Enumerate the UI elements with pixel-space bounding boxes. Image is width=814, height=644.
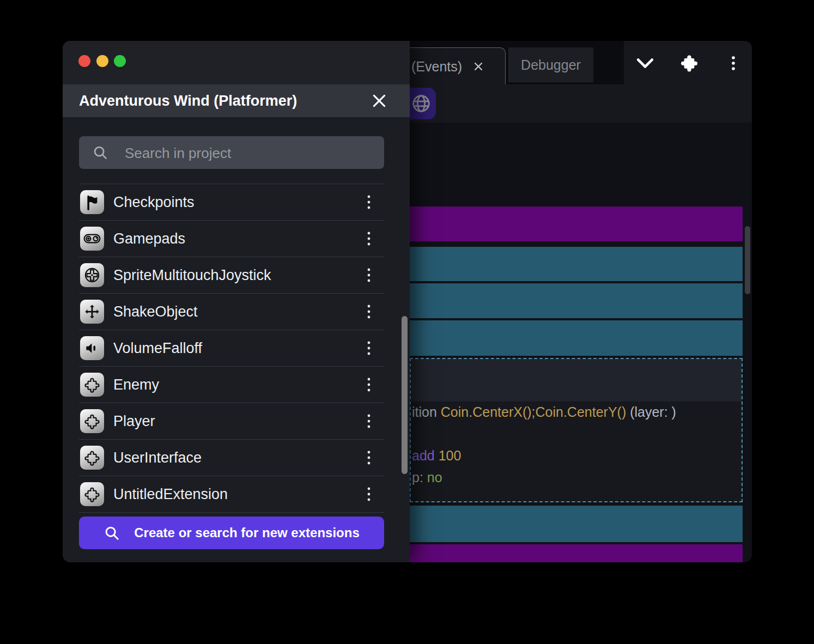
list-item-label: SpriteMultitouchJoystick	[113, 257, 271, 293]
list-item-player[interactable]: Player	[79, 403, 384, 439]
list-item-spritemultitouchjoystick[interactable]: SpriteMultitouchJoystick	[79, 257, 384, 293]
puzzle-icon	[80, 373, 104, 397]
project-title: Adventurous Wind (Platformer)	[79, 84, 297, 117]
event-row-teal[interactable]	[410, 320, 743, 356]
panel-close-button[interactable]	[370, 92, 388, 110]
tab-events[interactable]: (Events)	[410, 47, 506, 85]
item-menu-button[interactable]	[365, 414, 373, 429]
gamepad-icon	[80, 227, 104, 251]
extensions-list: Checkpoints Gamepads SpriteMultitouchJoy…	[79, 184, 384, 513]
code-keyword: add	[412, 448, 439, 463]
puzzle-icon	[80, 446, 104, 470]
puzzle-icon	[80, 482, 104, 506]
event-row-purple[interactable]	[410, 544, 743, 562]
list-item-enemy[interactable]: Enemy	[79, 366, 384, 403]
list-item-checkpoints[interactable]: Checkpoints	[79, 184, 384, 220]
event-action-line: ition Coin.CenterX();Coin.CenterY() (lay…	[412, 403, 676, 421]
list-item-gamepads[interactable]: Gamepads	[79, 220, 384, 257]
selected-event-block[interactable]: ition Coin.CenterX();Coin.CenterY() (lay…	[410, 358, 743, 502]
project-search-field[interactable]	[79, 136, 384, 169]
events-sheet: ition Coin.CenterX();Coin.CenterY() (lay…	[410, 123, 752, 562]
events-scrollbar[interactable]	[745, 226, 750, 294]
list-item-label: UserInterface	[113, 440, 202, 476]
flag-icon	[80, 190, 104, 214]
item-menu-button[interactable]	[365, 450, 373, 465]
item-menu-button[interactable]	[365, 377, 373, 392]
list-item-userinterface[interactable]: UserInterface	[79, 439, 384, 476]
create-extension-label: Create or search for new extensions	[134, 525, 359, 540]
window-controls-strip	[624, 41, 752, 84]
window-titlebar	[63, 41, 410, 84]
event-conditions-zone[interactable]	[411, 359, 742, 402]
code-text: ;	[532, 404, 536, 420]
tab-debugger[interactable]: Debugger	[508, 47, 593, 82]
panel-header: Adventurous Wind (Platformer)	[63, 84, 410, 117]
tab-events-label: (Events)	[411, 59, 462, 75]
event-action-line: add 100	[412, 447, 461, 464]
item-menu-button[interactable]	[365, 195, 373, 210]
tab-debugger-label: Debugger	[521, 57, 581, 73]
item-menu-button[interactable]	[365, 341, 373, 356]
list-item-label: ShakeObject	[113, 294, 198, 330]
traffic-close-button[interactable]	[78, 55, 90, 67]
list-item-volumefalloff[interactable]: VolumeFalloff	[79, 330, 384, 366]
panel-scrollbar[interactable]	[402, 316, 408, 474]
events-toolbar	[410, 84, 752, 123]
project-manager-panel: Adventurous Wind (Platformer) Checkpoint…	[63, 41, 410, 562]
item-menu-button[interactable]	[365, 487, 373, 502]
event-row-purple[interactable]	[410, 206, 743, 241]
list-item-label: VolumeFalloff	[113, 330, 202, 366]
globe-icon	[411, 93, 432, 116]
traffic-minimize-button[interactable]	[96, 55, 108, 67]
code-text: ition	[412, 404, 441, 420]
list-item-label: Player	[113, 403, 155, 439]
search-icon	[92, 144, 108, 163]
speaker-icon	[80, 336, 104, 360]
events-editor-region: (Events) Debugger	[410, 41, 752, 562]
code-value: no	[427, 470, 442, 485]
create-extension-button[interactable]: Create or search for new extensions	[79, 517, 384, 549]
item-menu-button[interactable]	[365, 231, 373, 246]
event-row-teal[interactable]	[410, 283, 743, 318]
move-arrows-icon	[80, 300, 104, 324]
list-item-label: Enemy	[113, 367, 159, 403]
joystick-icon	[80, 263, 104, 287]
code-value: 100	[439, 448, 461, 463]
code-expression: Coin.CenterX()	[441, 404, 532, 420]
search-input[interactable]	[124, 136, 376, 170]
event-row-teal[interactable]	[410, 247, 743, 281]
list-item-label: UntitledExtension	[113, 476, 228, 512]
puzzle-icon	[80, 409, 104, 433]
chevron-down-icon[interactable]	[636, 58, 654, 71]
item-menu-button[interactable]	[365, 268, 373, 283]
item-menu-button[interactable]	[365, 304, 373, 319]
app-window: (Events) Debugger	[63, 41, 752, 562]
traffic-zoom-button[interactable]	[114, 55, 126, 67]
extensions-puzzle-icon[interactable]	[680, 53, 698, 74]
more-vertical-icon[interactable]	[730, 56, 737, 73]
code-expression: Coin.CenterY()	[536, 404, 627, 420]
search-icon	[104, 525, 120, 541]
tab-bar: (Events) Debugger	[410, 41, 752, 84]
list-item-label: Gamepads	[113, 221, 185, 257]
code-text: (layer: )	[626, 404, 676, 420]
event-row-teal[interactable]	[410, 506, 743, 542]
list-item-label: Checkpoints	[113, 184, 195, 220]
list-item-untitledextension[interactable]: UntitledExtension	[79, 476, 384, 513]
list-item-shakeobject[interactable]: ShakeObject	[79, 293, 384, 330]
event-action-line: p: no	[412, 469, 442, 486]
tab-close-icon[interactable]	[472, 60, 485, 73]
code-text: p:	[412, 470, 427, 485]
